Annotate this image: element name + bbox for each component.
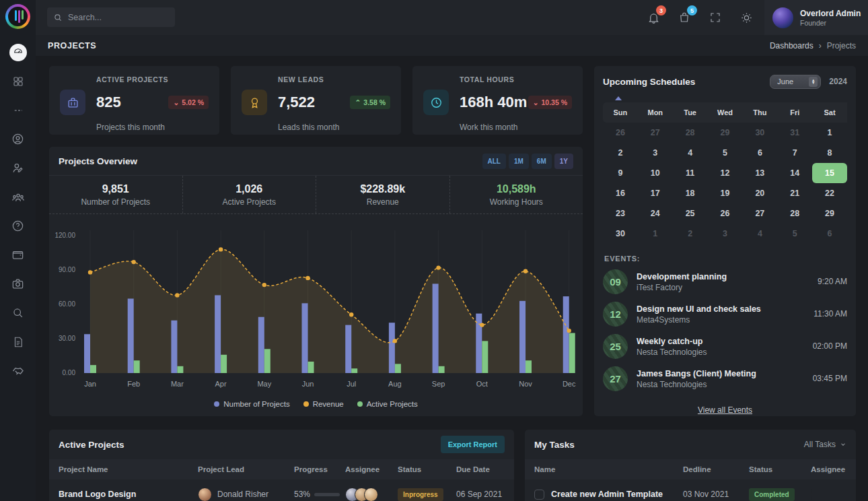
sidebar-item-wallet[interactable] [0,240,36,269]
calendar-day[interactable]: 27 [638,123,673,143]
calendar-day[interactable]: 5 [708,143,743,163]
calendar-day[interactable]: 19 [708,183,743,203]
stat-card-active-projects: ACTIVE PROJECTS 825 ⌄5.02 % Projects thi… [49,66,219,135]
calendar-day[interactable]: 29 [708,123,743,143]
calendar-day[interactable]: 22 [812,183,847,203]
calendar-day[interactable]: 25 [673,203,708,224]
range-button-all[interactable]: ALL [482,154,506,169]
month-select[interactable]: June ▲▼ [770,75,821,89]
calendar-day[interactable]: 26 [708,203,743,224]
breadcrumb: Dashboards › Projects [770,41,856,51]
calendar-day[interactable]: 31 [777,123,812,143]
calendar-day[interactable]: 9 [603,163,638,183]
calendar-day[interactable]: 28 [777,203,812,224]
col-name: Name [525,465,683,473]
due-date: 06 Sep 2021 [456,490,514,499]
calendar-day[interactable]: 21 [777,183,812,203]
calendar-day[interactable]: 6 [812,224,847,244]
sidebar-item-media[interactable] [0,269,36,298]
sidebar-item-partners[interactable] [0,356,36,385]
calendar-day[interactable]: 23 [603,203,638,224]
svg-text:Nov: Nov [519,380,532,388]
sidebar-item-widgets[interactable] [0,67,36,96]
calendar-day[interactable]: 4 [673,143,708,163]
breadcrumb-dashboards[interactable]: Dashboards [770,41,813,51]
calendar-day[interactable]: 7 [777,143,812,163]
arrow-down-icon: ⌄ [173,98,179,106]
help-icon [11,220,24,232]
legend-item[interactable]: Active Projects [357,400,418,408]
calendar-day[interactable]: 14 [777,163,812,183]
calendar-day[interactable]: 3 [708,224,743,244]
sidebar-item-more[interactable] [0,96,36,125]
sidebar-item-dashboard[interactable] [0,38,36,67]
calendar-day[interactable]: 18 [673,183,708,203]
calendar-day[interactable]: 1 [638,224,673,244]
range-button-6m[interactable]: 6M [532,154,552,169]
month-select-value: June [777,77,809,86]
sidebar-item-search[interactable] [0,298,36,327]
sidebar-item-documents[interactable] [0,327,36,356]
user-name: Overlord Admin [800,9,861,19]
calendar-day[interactable]: 28 [673,123,708,143]
task-filter-dropdown[interactable]: All Tasks [804,440,846,449]
search-box[interactable] [47,7,175,27]
cart-button[interactable]: 5 [677,10,692,25]
calendar-day[interactable]: 17 [638,183,673,203]
events-list: 09Development planningiTest Factory9:20 … [603,265,847,395]
calendar-day[interactable]: 16 [603,183,638,203]
calendar-day[interactable]: 30 [742,123,777,143]
stat-value: 825 [96,94,121,111]
event-item[interactable]: 09Development planningiTest Factory9:20 … [603,265,847,298]
notifications-button[interactable]: 3 [646,10,661,25]
calendar-day[interactable]: 20 [742,183,777,203]
fullscreen-button[interactable] [708,10,723,25]
calendar-day[interactable]: 3 [638,143,673,163]
event-day-badge: 09 [603,269,628,294]
calendar-day[interactable]: 8 [812,143,847,163]
sidebar-item-help[interactable] [0,211,36,240]
range-button-1y[interactable]: 1Y [554,154,573,169]
theme-button[interactable] [739,10,754,25]
calendar-day[interactable]: 26 [603,123,638,143]
sidebar-item-team[interactable] [0,182,36,211]
calendar-day[interactable]: 27 [742,203,777,224]
calendar-day[interactable]: 1 [812,123,847,143]
calendar-day[interactable]: 4 [742,224,777,244]
stat-label: TOTAL HOURS [460,75,572,84]
calendar-day[interactable]: 12 [708,163,743,183]
calendar-day[interactable]: 5 [777,224,812,244]
user-menu[interactable]: Overlord Admin Founder [764,0,868,35]
export-report-button[interactable]: Export Report [441,436,505,453]
event-item[interactable]: 27James Bangs (Client) MeetingNesta Tech… [603,362,847,395]
calendar-day[interactable]: 30 [603,224,638,244]
calendar-day[interactable]: 2 [603,143,638,163]
event-item[interactable]: 12Design new UI and check salesMeta4Syst… [603,298,847,330]
task-checkbox[interactable] [534,490,544,500]
chevron-down-icon [840,441,846,448]
app-logo[interactable] [5,4,30,29]
view-all-events-link[interactable]: View all Events [603,405,847,415]
calendar-day[interactable]: 13 [742,163,777,183]
search-input[interactable] [68,13,169,22]
user-role: Founder [800,19,861,27]
legend-item[interactable]: Revenue [303,400,344,408]
event-item[interactable]: 25Weekly catch-upNesta Technologies02:00… [603,330,847,362]
calendar-day[interactable]: 2 [673,224,708,244]
col-project-name: Project Name [49,465,198,473]
calendar-day-selected[interactable]: 15 [812,163,847,183]
task-filter-value: All Tasks [804,440,836,449]
calendar-day[interactable]: 10 [638,163,673,183]
table-row[interactable]: Brand Logo Design Donald Risher 53% Inpr… [49,479,514,501]
range-button-1m[interactable]: 1M [509,154,529,169]
calendar-day[interactable]: 29 [812,203,847,224]
calendar-day[interactable]: 11 [673,163,708,183]
sidebar-item-profile[interactable] [0,125,36,154]
legend-item[interactable]: Number of Projects [214,400,289,408]
calendar-day[interactable]: 6 [742,143,777,163]
task-row[interactable]: Create new Admin Template 03 Nov 2021 Co… [525,479,856,501]
calendar-day[interactable]: 24 [638,203,673,224]
sidebar-item-user-edit[interactable] [0,154,36,182]
handshake-icon [11,364,25,378]
calendar-grid: SunMonTueWedThuFriSat2627282930311234567… [603,102,847,244]
